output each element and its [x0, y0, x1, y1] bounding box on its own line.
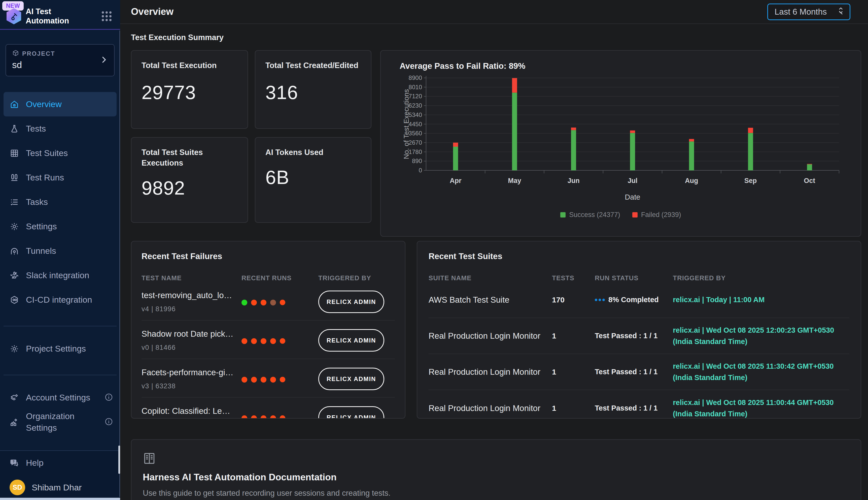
app-switcher-grid-icon[interactable] [102, 11, 112, 21]
suite-row[interactable]: Real Production Login Monitor 1 Test Pas… [429, 354, 849, 390]
column-header: TRIGGERED BY [673, 274, 849, 282]
sidebar-item-test-runs[interactable]: Test Runs [3, 165, 117, 190]
sidebar-item-label: Tunnels [26, 246, 56, 256]
sidebar-item-account-settings[interactable]: Account Settings [3, 385, 117, 410]
suite-run-status: Test Passed : 1 / 1 [595, 368, 673, 376]
suite-triggered-by[interactable]: relicx.ai | Today | 11:00 AM [673, 294, 849, 305]
app-root: NEW AI Test Automation PROJECT sd [0, 0, 868, 500]
user-name: Shibam Dhar [32, 482, 82, 492]
run-status-text: Test Passed : 1 / 1 [595, 332, 657, 340]
sidebar-footer: ? Help SD Shibam Dhar [0, 450, 120, 500]
suite-run-status: 8% Completed [595, 296, 673, 304]
sidebar-horizontal-scrollbar[interactable] [0, 498, 120, 500]
suite-name[interactable]: Real Production Login Monitor [429, 404, 552, 413]
project-selector[interactable]: PROJECT sd [5, 44, 115, 76]
legend-label: Failed (2939) [641, 211, 681, 219]
suite-triggered-by[interactable]: relicx.ai | Wed Oct 08 2025 11:00:44 GMT… [673, 397, 849, 419]
failure-row[interactable]: Facets-performance-gitla... v3 | 63238 R… [141, 359, 395, 398]
test-name[interactable]: Copilot: Classified: Leave... [141, 406, 242, 416]
sidebar-item-tasks[interactable]: Tasks [3, 190, 117, 214]
legend-item-success[interactable]: Success (24377) [560, 211, 620, 219]
triggered-by-pill[interactable]: RELICX ADMIN [318, 291, 384, 313]
docs-description: Use this guide to get started recording … [143, 489, 849, 498]
svg-text:4450: 4450 [409, 121, 422, 127]
column-header: TRIGGERED BY [318, 274, 395, 282]
column-header: TEST NAME [141, 274, 242, 282]
svg-text:Date: Date [625, 193, 640, 201]
cube-icon [12, 50, 19, 58]
tunnel-icon [10, 246, 19, 256]
section-title: Test Execution Summary [131, 33, 861, 42]
failures-title: Recent Test Failures [141, 251, 395, 261]
triggered-by-pill[interactable]: RELICX ADMIN [318, 406, 384, 419]
suite-run-status: Test Passed : 1 / 1 [595, 404, 673, 412]
sidebar-item-slack-integration[interactable]: Slack integration [3, 263, 117, 287]
suite-name[interactable]: AWS Batch Test Suite [429, 295, 552, 305]
run-status-text: 8% Completed [608, 296, 659, 304]
chevron-right-icon [100, 55, 107, 65]
triggered-by-pill[interactable]: RELICX ADMIN [318, 329, 384, 352]
failure-row[interactable]: Copilot: Classified: Leave... v6 | 63129… [141, 398, 395, 419]
sidebar-item-cicd-integration[interactable]: CI-CD integration [3, 287, 117, 312]
suite-triggered-by[interactable]: relicx.ai | Wed Oct 08 2025 11:30:42 GMT… [673, 361, 849, 383]
suite-row[interactable]: Real Production Login Monitor 1 Test Pas… [429, 318, 849, 354]
column-header: RECENT RUNS [242, 274, 318, 282]
sidebar-item-organization-settings[interactable]: Organization Settings [3, 410, 117, 434]
recent-runs-dots[interactable] [242, 329, 318, 352]
docs-book-icon [143, 452, 849, 466]
legend-label: Success (24377) [569, 211, 620, 219]
svg-text:3560: 3560 [409, 130, 422, 137]
home-icon [10, 100, 19, 109]
svg-text:8010: 8010 [409, 84, 422, 90]
stat-cards: Total Test Execution 29773 Total Test Cr… [131, 50, 372, 237]
sidebar-item-label: Overview [26, 99, 62, 109]
date-range-select[interactable]: Last 6 Months [767, 3, 851, 20]
docs-title: Harness AI Test Automation Documentation [143, 472, 849, 482]
sidebar-item-help[interactable]: ? Help [3, 451, 117, 475]
sidebar: NEW AI Test Automation PROJECT sd [0, 0, 120, 500]
sidebar-item-test-suites[interactable]: Test Suites [3, 141, 117, 165]
suite-row[interactable]: AWS Batch Test Suite 170 8% Completed re… [429, 282, 849, 318]
run-status-text: Test Passed : 1 / 1 [595, 368, 657, 376]
failure-row[interactable]: Shadow root Date picker ... v0 | 81466 R… [141, 320, 395, 359]
test-name[interactable]: test-removing_auto_login... [141, 291, 242, 300]
page-title: Overview [131, 6, 174, 17]
triggered-by-pill[interactable]: RELICX ADMIN [318, 368, 384, 390]
sidebar-item-label: CI-CD integration [26, 295, 92, 305]
suites-table-header: SUITE NAME TESTS RUN STATUS TRIGGERED BY [429, 274, 849, 282]
svg-text:Apr: Apr [450, 177, 461, 184]
sidebar-item-label: Organization Settings [26, 410, 84, 434]
failure-row[interactable]: test-removing_auto_login... v4 | 81996 R… [141, 282, 395, 320]
test-name[interactable]: Facets-performance-gitla... [141, 368, 242, 377]
legend-item-failed[interactable]: Failed (2939) [632, 211, 681, 219]
suite-name[interactable]: Real Production Login Monitor [429, 367, 552, 377]
svg-text:6230: 6230 [409, 102, 422, 109]
avatar: SD [10, 480, 25, 495]
svg-text:No. of Test Executions: No. of Test Executions [402, 89, 410, 159]
sidebar-scrollbar-thumb[interactable] [118, 445, 120, 474]
sidebar-item-project-settings[interactable]: Project Settings [3, 337, 117, 361]
sidebar-item-overview[interactable]: Overview [3, 92, 117, 116]
recent-runs-dots[interactable] [242, 291, 318, 313]
suite-row[interactable]: Real Production Login Monitor 1 Test Pas… [429, 390, 849, 419]
suite-name[interactable]: Real Production Login Monitor [429, 331, 552, 341]
test-name[interactable]: Shadow root Date picker ... [141, 329, 242, 339]
svg-text:Oct: Oct [804, 177, 815, 184]
sidebar-item-settings[interactable]: Settings [3, 214, 117, 239]
recent-test-failures-card: Recent Test Failures TEST NAME RECENT RU… [131, 241, 406, 419]
test-runs-icon [10, 173, 19, 182]
recent-runs-dots[interactable] [242, 368, 318, 390]
stat-label: Total Test Created/Edited [266, 60, 361, 71]
suite-triggered-by[interactable]: relicx.ai | Wed Oct 08 2025 12:00:23 GMT… [673, 325, 849, 347]
info-icon[interactable] [105, 393, 113, 402]
pass-fail-bar-chart: 0890178026703560445053406230712080108900… [400, 73, 843, 209]
sidebar-item-tunnels[interactable]: Tunnels [3, 239, 117, 263]
legend-swatch-success [560, 212, 566, 217]
user-menu[interactable]: SD Shibam Dhar [3, 475, 117, 500]
suite-tests: 1 [552, 404, 595, 412]
page-header: Overview Last 6 Months [120, 0, 868, 24]
recent-runs-dots[interactable] [242, 406, 318, 419]
divider [3, 326, 117, 326]
sidebar-item-tests[interactable]: Tests [3, 116, 117, 141]
info-icon[interactable] [105, 417, 113, 427]
